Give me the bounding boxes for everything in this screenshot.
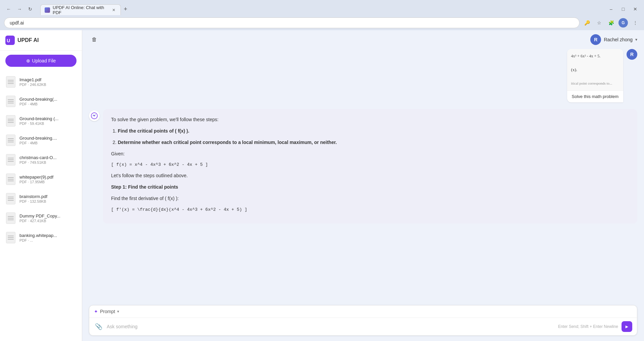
upload-file-button[interactable]: ⊕ Upload File xyxy=(5,55,77,67)
file-meta: PDF · 59.41KB xyxy=(19,121,77,126)
browser-titlebar: ← → ↻ UPDF AI Online: Chat with PDF ✕ + … xyxy=(0,0,644,15)
ai-given-label: Given: xyxy=(111,150,629,158)
browser-profile-icon[interactable]: G xyxy=(618,18,628,28)
avatar: R xyxy=(590,34,601,45)
file-icon-shape xyxy=(6,135,15,146)
maximize-button[interactable]: □ xyxy=(618,4,628,14)
file-name: christmas-card-O... xyxy=(19,155,77,160)
file-info: Dummy PDF_Copy... PDF · 427.41KB xyxy=(19,213,77,223)
file-line xyxy=(8,239,14,240)
file-icon-lines xyxy=(6,156,15,163)
file-meta: PDF · 749.51KB xyxy=(19,160,77,164)
file-line xyxy=(8,122,14,123)
upload-button-label: Upload File xyxy=(32,58,56,63)
file-icon-lines xyxy=(6,234,15,241)
ai-equation: [ f(x) = x^4 - 4x^3 + 6x^2 - 4x + 5 ] xyxy=(111,161,629,168)
menu-icon[interactable]: ⋮ xyxy=(631,18,640,28)
file-list-item[interactable]: Dummy PDF_Copy... PDF · 427.41KB xyxy=(0,208,82,228)
user-name: Rachel zhong xyxy=(604,37,633,42)
app-container: U UPDF AI ⊕ Upload File Image1.pdf PDF ·… xyxy=(0,30,644,341)
file-line xyxy=(8,80,14,81)
file-line xyxy=(8,198,14,199)
message-input[interactable] xyxy=(107,324,555,329)
file-line xyxy=(8,236,14,236)
file-line xyxy=(8,181,14,181)
file-list-item[interactable]: Ground-breaking.... PDF · 4MB xyxy=(0,131,82,150)
toolbar-actions: 🔑 ☆ 🧩 G ⋮ xyxy=(582,18,640,28)
delete-button[interactable]: 🗑 xyxy=(89,34,100,45)
forward-button[interactable]: → xyxy=(15,4,24,14)
file-line xyxy=(8,237,14,238)
input-hint: Enter Send; Shift + Enter Newline xyxy=(558,324,618,329)
file-line xyxy=(8,82,14,82)
ai-step1-desc: Find the first derivative of ( f(x) ): xyxy=(111,195,629,203)
file-name: whitepaper(9).pdf xyxy=(19,175,77,180)
user-message-avatar: R xyxy=(627,49,637,60)
file-list-item[interactable]: Ground-breaking (... PDF · 59.41KB xyxy=(0,111,82,131)
extensions-icon[interactable]: 🧩 xyxy=(606,18,616,28)
new-tab-button[interactable]: + xyxy=(121,4,130,14)
file-info: Image1.pdf PDF · 246.62KB xyxy=(19,77,77,87)
file-icon xyxy=(5,173,16,186)
file-line xyxy=(8,83,14,84)
file-line xyxy=(8,103,14,103)
tab-favicon xyxy=(45,7,50,13)
input-area: ✦ Prompt ▾ 📎 Enter Send; Shift + Enter N… xyxy=(82,301,644,341)
file-name: Ground-breaking (... xyxy=(19,116,77,121)
file-icon xyxy=(5,114,16,127)
file-name: banking.whitepap... xyxy=(19,233,77,238)
input-toolbar: ✦ Prompt ▾ xyxy=(89,305,637,318)
prompt-chevron-icon: ▾ xyxy=(117,309,119,314)
file-line xyxy=(8,138,14,139)
browser-action-buttons: – □ ✕ xyxy=(606,4,640,14)
prompt-button[interactable]: ✦ Prompt ▾ xyxy=(94,309,119,314)
math-sub: (x). xyxy=(571,66,619,74)
input-box: ✦ Prompt ▾ 📎 Enter Send; Shift + Enter N… xyxy=(89,305,637,336)
paperclip-icon: 📎 xyxy=(95,323,102,330)
file-icon-lines xyxy=(6,117,15,124)
file-list-item[interactable]: banking.whitepap... PDF · ... xyxy=(0,228,82,247)
attach-button[interactable]: 📎 xyxy=(94,322,103,331)
file-name: Ground-breaking(... xyxy=(19,97,77,102)
file-name: Dummy PDF_Copy... xyxy=(19,213,77,218)
file-line xyxy=(8,218,14,218)
file-list-item[interactable]: brainstorm.pdf PDF · 132.58KB xyxy=(0,189,82,208)
address-bar[interactable]: updf.ai xyxy=(4,17,580,28)
file-list-item[interactable]: Ground-breaking(... PDF · 4MB xyxy=(0,92,82,111)
user-message: 4x³ + 6x² - 4x + 5. (x). itical point co… xyxy=(89,49,637,102)
reload-button[interactable]: ↻ xyxy=(26,4,35,14)
close-button[interactable]: ✕ xyxy=(631,4,640,14)
file-info: banking.whitepap... PDF · ... xyxy=(19,233,77,242)
url-text: updf.ai xyxy=(10,20,24,26)
file-meta: PDF · 4MB xyxy=(19,102,77,106)
ai-logo-icon xyxy=(91,112,98,119)
file-list-item[interactable]: christmas-card-O... PDF · 749.51KB xyxy=(0,150,82,169)
upload-icon: ⊕ xyxy=(26,58,30,63)
tab-title: UPDF AI Online: Chat with PDF xyxy=(53,5,108,15)
back-button[interactable]: ← xyxy=(4,4,13,14)
tab-close-button[interactable]: ✕ xyxy=(111,7,116,13)
password-icon[interactable]: 🔑 xyxy=(582,18,592,28)
file-icon-shape xyxy=(6,76,15,88)
file-line xyxy=(8,200,14,201)
ai-avatar xyxy=(89,110,100,121)
ai-step-2: Determine whether each critical point co… xyxy=(118,139,629,147)
bookmark-icon[interactable]: ☆ xyxy=(594,18,604,28)
file-line xyxy=(8,142,14,142)
file-list-item[interactable]: Image1.pdf PDF · 246.62KB xyxy=(0,72,82,92)
file-list-item[interactable]: whitepaper(9).pdf PDF · 17.95MB xyxy=(0,169,82,189)
file-icon-lines xyxy=(6,98,15,105)
file-name: Image1.pdf xyxy=(19,77,77,82)
active-tab[interactable]: UPDF AI Online: Chat with PDF ✕ xyxy=(40,4,121,15)
file-line xyxy=(8,159,14,160)
user-profile-button[interactable]: R Rachel zhong ▾ xyxy=(590,34,637,45)
file-line xyxy=(8,177,14,178)
ai-step1-heading: Step 1: Find the critical points xyxy=(111,183,629,191)
pdf-thumbnail: 4x³ + 6x² - 4x + 5. (x). itical point co… xyxy=(567,49,623,91)
minimize-button[interactable]: – xyxy=(606,4,616,14)
file-icon-shape xyxy=(6,174,15,185)
file-info: Ground-breaking(... PDF · 4MB xyxy=(19,97,77,106)
file-icon-shape xyxy=(6,154,15,165)
send-button[interactable]: ► xyxy=(622,321,632,332)
math-equation: 4x³ + 6x² - 4x + 5. xyxy=(571,53,619,59)
